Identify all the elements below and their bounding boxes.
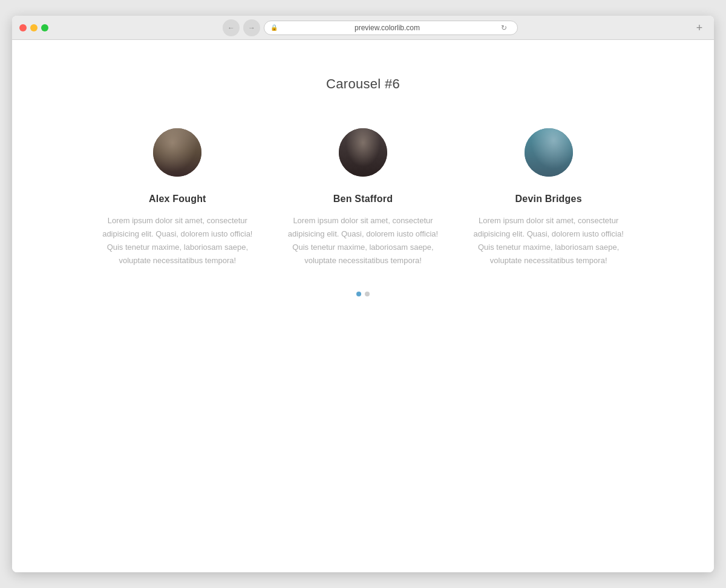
carousel-dots — [91, 292, 635, 296]
browser-window: ← → 🔒 preview.colorlib.com ↻ + Carousel … — [12, 16, 714, 572]
svg-point-0 — [153, 128, 201, 177]
avatar-alex-svg — [153, 128, 201, 177]
carousel-dot-1[interactable] — [356, 292, 361, 296]
svg-point-9 — [525, 128, 573, 177]
avatar-devin-svg — [525, 128, 573, 177]
avatar-ben-svg — [339, 128, 387, 177]
add-tab-button[interactable]: + — [692, 21, 707, 35]
browser-titlebar: ← → 🔒 preview.colorlib.com ↻ + — [12, 16, 714, 40]
svg-point-12 — [541, 137, 558, 146]
browser-content: Carousel #6 — [12, 40, 714, 572]
svg-point-4 — [339, 128, 387, 177]
carousel-track: Alex Fought Lorem ipsum dolor sit amet, … — [91, 128, 635, 267]
svg-point-11 — [541, 136, 559, 156]
card-ben: Ben Stafford Lorem ipsum dolor sit amet,… — [276, 128, 450, 267]
back-icon: ← — [227, 24, 235, 32]
back-button[interactable]: ← — [223, 19, 240, 36]
card-alex-name: Alex Fought — [149, 194, 206, 204]
card-devin-desc: Lorem ipsum dolor sit amet, consectetur … — [470, 214, 627, 267]
close-button[interactable] — [19, 24, 27, 31]
address-bar[interactable]: 🔒 preview.colorlib.com ↻ — [264, 21, 518, 35]
browser-controls — [19, 24, 48, 31]
svg-rect-1 — [153, 128, 201, 177]
card-alex: Alex Fought Lorem ipsum dolor sit amet, … — [91, 128, 264, 267]
page-title: Carousel #6 — [326, 76, 400, 92]
svg-point-7 — [353, 139, 373, 151]
forward-icon: → — [248, 24, 255, 32]
avatar-ben — [339, 128, 387, 177]
svg-rect-13 — [541, 162, 558, 177]
avatar-devin — [525, 128, 573, 177]
carousel-dot-2[interactable] — [365, 292, 370, 296]
refresh-button[interactable]: ↻ — [497, 21, 511, 35]
avatar-alex — [153, 128, 201, 177]
svg-rect-10 — [525, 128, 573, 177]
refresh-icon: ↻ — [501, 24, 507, 32]
maximize-button[interactable] — [41, 24, 48, 31]
url-text: preview.colorlib.com — [281, 24, 493, 32]
carousel-container: Alex Fought Lorem ipsum dolor sit amet, … — [91, 128, 635, 296]
browser-nav: ← → 🔒 preview.colorlib.com ↻ — [53, 19, 687, 36]
card-devin-name: Devin Bridges — [515, 194, 582, 204]
svg-point-6 — [354, 136, 372, 157]
card-devin: Devin Bridges Lorem ipsum dolor sit amet… — [462, 128, 635, 267]
lock-icon: 🔒 — [270, 24, 278, 31]
card-alex-desc: Lorem ipsum dolor sit amet, consectetur … — [99, 214, 256, 267]
svg-point-3 — [166, 139, 188, 149]
svg-rect-5 — [339, 128, 387, 177]
svg-rect-8 — [354, 162, 372, 177]
svg-point-2 — [168, 134, 187, 156]
minimize-button[interactable] — [30, 24, 38, 31]
card-ben-desc: Lorem ipsum dolor sit amet, consectetur … — [284, 214, 442, 267]
card-ben-name: Ben Stafford — [333, 194, 393, 204]
forward-button[interactable]: → — [243, 19, 260, 36]
